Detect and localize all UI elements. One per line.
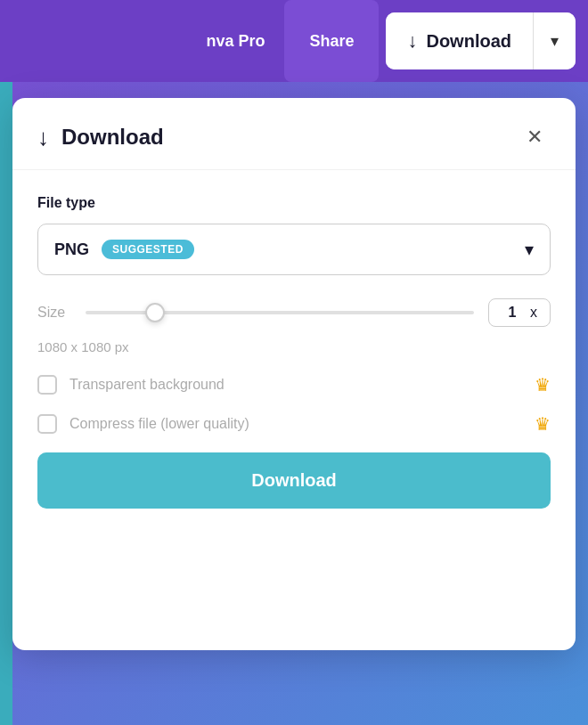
top-download-button[interactable]: ↓ Download (386, 12, 533, 69)
compress-file-left: Compress file (lower quality) (37, 414, 249, 434)
transparent-bg-row: Transparent background ♛ (37, 374, 551, 395)
dimension-text: 1080 x 1080 px (37, 339, 551, 354)
top-bar: nva Pro Share ↓ Download ▾ (0, 0, 588, 82)
panel-title: Download (61, 125, 164, 150)
canva-pro-label: nva Pro (186, 0, 284, 82)
size-label: Size (37, 305, 71, 321)
download-chevron-button[interactable]: ▾ (533, 12, 576, 69)
size-slider-container (86, 302, 474, 323)
compress-file-crown-icon: ♛ (535, 413, 551, 435)
transparent-bg-left: Transparent background (37, 375, 225, 395)
compress-file-label: Compress file (lower quality) (69, 416, 249, 432)
panel-body: File type PNG SUGGESTED ▾ Size x 1080 x … (12, 170, 576, 435)
filetype-dropdown[interactable]: PNG SUGGESTED ▾ (37, 224, 551, 275)
size-x-label: x (530, 305, 537, 321)
filetype-chevron-icon: ▾ (525, 239, 534, 260)
file-type-label: File type (37, 195, 551, 211)
size-input[interactable] (498, 305, 527, 321)
compress-file-row: Compress file (lower quality) ♛ (37, 413, 551, 435)
panel-header-left: ↓ Download (37, 124, 164, 151)
panel-header: ↓ Download ✕ (12, 98, 576, 170)
suggested-badge: SUGGESTED (102, 240, 194, 259)
compress-file-checkbox[interactable] (37, 414, 57, 434)
filetype-name: PNG (54, 240, 89, 259)
size-slider-thumb[interactable] (145, 303, 165, 322)
transparent-bg-crown-icon: ♛ (535, 374, 551, 395)
top-download-icon: ↓ (407, 29, 417, 53)
top-download-label: Download (426, 31, 511, 52)
chevron-down-icon: ▾ (551, 31, 559, 51)
size-row: Size x (37, 298, 551, 327)
download-button-group: ↓ Download ▾ (386, 12, 576, 69)
filetype-left: PNG SUGGESTED (54, 240, 194, 259)
panel-close-button[interactable]: ✕ (519, 121, 551, 153)
download-panel: ↓ Download ✕ File type PNG SUGGESTED ▾ S… (12, 98, 576, 650)
panel-download-icon: ↓ (37, 124, 49, 151)
size-input-group: x (488, 298, 551, 327)
close-icon: ✕ (527, 126, 543, 149)
share-button[interactable]: Share (284, 0, 379, 82)
size-slider-track (86, 311, 474, 314)
download-button[interactable]: Download (37, 452, 551, 509)
transparent-bg-label: Transparent background (69, 377, 225, 393)
transparent-bg-checkbox[interactable] (37, 375, 57, 395)
